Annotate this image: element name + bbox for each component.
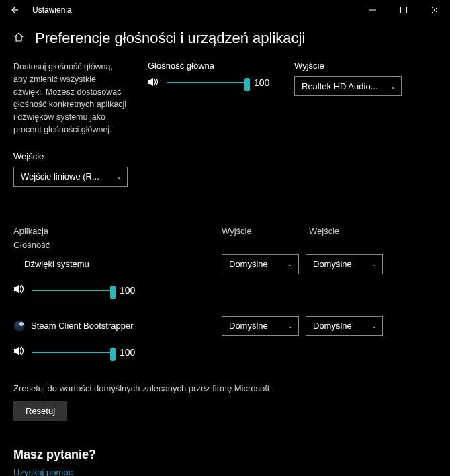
output-device-selected: Realtek HD Audio... xyxy=(302,81,377,91)
minimize-button[interactable] xyxy=(357,0,388,20)
back-button[interactable] xyxy=(7,3,21,17)
chevron-down-icon: ⌄ xyxy=(287,260,293,268)
input-device-selected: Wejście liniowe (R... xyxy=(21,171,99,182)
dropdown-value: Domyślne xyxy=(229,321,268,331)
app-volume-slider[interactable] xyxy=(32,346,113,359)
steam-icon xyxy=(13,320,26,332)
help-title: Masz pytanie? xyxy=(13,448,437,462)
speaker-icon xyxy=(148,77,160,89)
home-icon[interactable] xyxy=(13,32,24,45)
app-volume-slider[interactable] xyxy=(32,284,113,297)
chevron-down-icon: ⌄ xyxy=(371,260,377,268)
master-volume-label: Głośność główna xyxy=(148,61,274,71)
page-title: Preferencje głośności i urządzeń aplikac… xyxy=(35,30,305,47)
chevron-down-icon: ⌄ xyxy=(371,322,377,329)
output-label: Wyjście xyxy=(294,61,402,71)
chevron-down-icon: ⌄ xyxy=(116,173,122,180)
column-input: Wejście xyxy=(309,226,396,236)
app-input-dropdown[interactable]: Domyślne ⌄ xyxy=(306,316,383,336)
column-output: Wyjście xyxy=(222,226,309,236)
close-button[interactable] xyxy=(419,0,450,20)
master-volume-slider[interactable] xyxy=(167,76,247,89)
dropdown-value: Domyślne xyxy=(313,259,352,269)
dropdown-value: Domyślne xyxy=(313,321,352,331)
maximize-button[interactable] xyxy=(388,0,419,20)
reset-button[interactable]: Resetuj xyxy=(13,401,67,421)
dropdown-value: Domyślne xyxy=(229,259,268,269)
app-row: Dźwięki systemu Domyślne ⌄ Domyślne ⌄ xyxy=(13,254,437,297)
app-volume-value: 100 xyxy=(120,285,140,296)
reset-description: Zresetuj do wartości domyślnych zalecany… xyxy=(13,383,437,393)
input-device-dropdown[interactable]: Wejście liniowe (R... ⌄ xyxy=(13,167,128,187)
master-volume-value: 100 xyxy=(254,77,274,88)
speaker-icon xyxy=(13,346,26,358)
page-header: Preferencje głośności i urządzeń aplikac… xyxy=(13,20,437,61)
window-title: Ustawienia xyxy=(32,5,72,15)
app-row: Steam Client Bootstrapper Domyślne ⌄ Dom… xyxy=(13,316,437,359)
app-name-label: Dźwięki systemu xyxy=(13,259,89,269)
chevron-down-icon: ⌄ xyxy=(390,83,396,90)
apps-column-headers: Aplikacja Wyjście Wejście xyxy=(13,226,437,236)
app-name-label: Steam Client Bootstrapper xyxy=(31,321,133,331)
output-device-dropdown[interactable]: Realtek HD Audio... ⌄ xyxy=(294,76,402,96)
app-output-dropdown[interactable]: Domyślne ⌄ xyxy=(222,254,299,274)
column-volume: Głośność xyxy=(13,240,437,250)
chevron-down-icon: ⌄ xyxy=(287,322,293,329)
app-output-dropdown[interactable]: Domyślne ⌄ xyxy=(222,316,299,336)
speaker-icon xyxy=(13,284,26,296)
help-link[interactable]: Uzyskaj pomoc xyxy=(13,467,73,477)
app-input-dropdown[interactable]: Domyślne ⌄ xyxy=(306,254,383,274)
titlebar: Ustawienia xyxy=(0,0,450,20)
app-volume-value: 100 xyxy=(120,347,140,358)
input-label: Wejście xyxy=(13,151,437,161)
description-text: Dostosuj głośność główną, aby zmienić ws… xyxy=(13,61,128,136)
column-app: Aplikacja xyxy=(13,226,222,236)
svg-rect-2 xyxy=(401,7,407,13)
